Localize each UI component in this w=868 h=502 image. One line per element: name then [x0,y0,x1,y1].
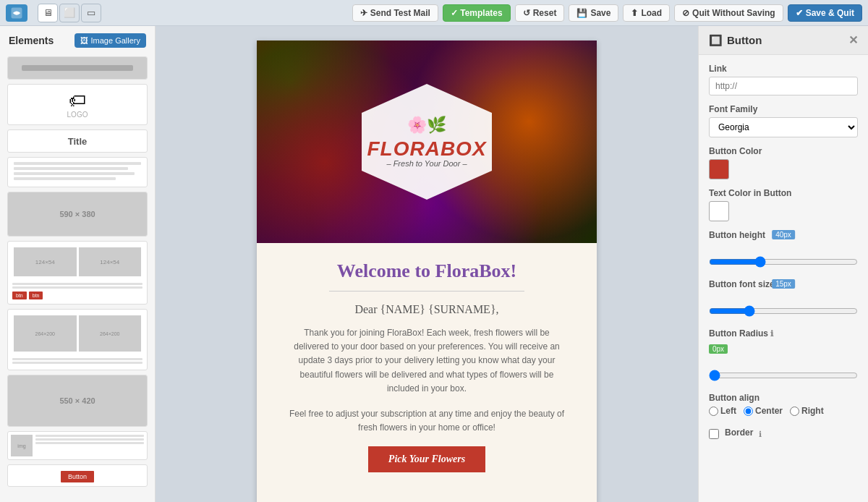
list-item[interactable] [7,56,148,80]
list-item[interactable]: 124×54 124×54 btn btn [7,241,148,305]
load-button[interactable]: ⬆ Load [623,4,670,22]
panel-close-button[interactable]: ✕ [848,33,858,47]
button-height-field: Button height 40px [709,230,858,271]
flower-decoration-icon: 🌸🌿 [367,116,486,135]
hero-overlay: 🌸🌿 FLORABOX – Fresh to Your Door – [257,41,597,243]
element-list: 🏷 LOGO Title 590 [0,52,155,491]
save-button[interactable]: 💾 Save [569,4,618,22]
email-salutation: Dear {NAME} {SURNAME}, [286,303,568,316]
panel-header: 🔲 Button ✕ [699,26,868,55]
save-and-quit-button[interactable]: ✔ Save & Quit [788,4,862,22]
button-font-size-badge: 15px [772,279,795,289]
device-selector: 🖥 ⬜ ▭ [38,4,101,22]
button-radius-label: Button Radius ℹ [709,328,858,339]
button-align-label: Button align [709,393,858,403]
checkmark-icon: ✔ [796,8,803,18]
email-paragraph-1: Thank you for joining FloraBox! Each wee… [286,326,568,396]
app-logo [6,4,27,22]
templates-button[interactable]: ✓ Templates [443,4,511,22]
button-radius-badge: 0px [709,344,728,354]
align-center-option[interactable]: Center [744,406,783,416]
button-color-swatch[interactable] [709,159,729,179]
font-family-select[interactable]: Georgia Arial Times New Roman Verdana Co… [709,117,858,137]
desktop-btn[interactable]: 🖥 [38,4,58,22]
border-field: Border ℹ [709,427,858,441]
list-item[interactable] [7,157,148,187]
text-color-swatch[interactable] [709,201,729,221]
email-title: Welcome to FloraBox! [286,260,568,282]
list-item[interactable]: 🏷 LOGO [7,84,148,125]
align-left-option[interactable]: Left [709,406,736,416]
align-left-radio[interactable] [709,407,718,416]
list-item[interactable]: Title [7,129,148,153]
image-gallery-button[interactable]: 🖼 Image Gallery [75,33,146,48]
email-body: Welcome to FloraBox! Dear {NAME} {SURNAM… [257,243,597,502]
reset-button[interactable]: ↺ Reset [515,4,565,22]
reset-icon: ↺ [523,8,530,18]
brand-name: FLORABOX [367,137,486,161]
right-panel: 🔲 Button ✕ Link Font Family Georgia Aria… [698,26,868,502]
button-color-field: Button Color [709,146,858,179]
quit-icon: ⊘ [682,8,689,18]
quit-without-saving-button[interactable]: ⊘ Quit Without Saving [674,4,783,22]
logo-icon [10,7,23,20]
grid-cell: 124×54 [79,247,142,276]
hexagon-content: 🌸🌿 FLORABOX – Fresh to Your Door – [359,109,493,175]
button-icon: 🔲 [709,34,723,47]
sidebar: Elements 🖼 Image Gallery 🏷 LOGO [0,26,156,502]
pick-flowers-button[interactable]: Pick Your Flowers [368,446,485,472]
font-family-field: Font Family Georgia Arial Times New Roma… [709,104,858,137]
element-preview-bar [8,57,147,79]
panel-body: Link Font Family Georgia Arial Times New… [699,55,868,449]
link-input[interactable] [709,77,858,95]
toolbar: 🖥 ⬜ ▭ ✈ Send Test Mail ✓ Templates ↺ Res… [0,0,868,26]
button-align-group: Left Center Right [709,406,858,419]
button-height-slider[interactable] [709,256,858,268]
list-item[interactable]: 550 × 420 [7,375,148,427]
button-font-size-slider[interactable] [709,305,858,317]
list-item[interactable]: img [7,431,148,460]
button-radius-field: Button Radius ℹ 0px [709,328,858,384]
grid-cell: 264×200 [14,315,77,352]
tablet-btn[interactable]: ⬜ [59,4,80,22]
align-right-option[interactable]: Right [790,406,824,416]
logo-preview-label: LOGO [14,111,141,119]
text-color-field: Text Color in Button [709,188,858,221]
border-checkbox[interactable] [709,429,719,439]
button-radius-slider[interactable] [709,370,858,381]
radius-info-icon: ℹ [770,329,773,338]
sidebar-title: Elements [9,35,54,46]
font-family-label: Font Family [709,104,858,114]
hexagon-badge: 🌸🌿 FLORABOX – Fresh to Your Door – [362,84,492,200]
button-height-badge: 40px [772,230,795,239]
email-hero: 🌸🌿 FLORABOX – Fresh to Your Door – [257,41,597,243]
image-gallery-icon: 🖼 [80,36,88,45]
mobile-btn[interactable]: ▭ [81,4,101,22]
image-590x380-preview: 590 × 380 [8,192,147,236]
align-center-radio[interactable] [744,407,753,416]
list-item[interactable]: 264×200 264×200 [7,309,148,370]
image-550x420-preview: 550 × 420 [8,375,147,426]
load-icon: ⬆ [631,8,638,18]
grid-cell: 124×54 [14,247,77,276]
button-font-size-field: Button font size 15px [709,279,858,320]
list-item[interactable]: Button [7,464,148,487]
border-label: Border [725,427,753,438]
send-test-mail-button[interactable]: ✈ Send Test Mail [352,4,438,22]
button-align-field: Button align Left Center Right [709,393,858,419]
canvas-area: 🌸🌿 FLORABOX – Fresh to Your Door – Welco… [156,26,698,502]
align-right-radio[interactable] [790,407,799,416]
main-layout: Elements 🖼 Image Gallery 🏷 LOGO [0,26,868,502]
list-item[interactable]: 590 × 380 [7,192,148,237]
logo-preview-icon: 🏷 [14,90,141,111]
send-icon: ✈ [360,8,367,18]
toolbar-actions: ✈ Send Test Mail ✓ Templates ↺ Reset 💾 S… [352,4,862,22]
sidebar-header: Elements 🖼 Image Gallery [0,26,155,52]
link-field: Link [709,64,858,95]
link-label: Link [709,64,858,74]
panel-title: 🔲 Button [709,34,762,47]
email-canvas: 🌸🌿 FLORABOX – Fresh to Your Door – Welco… [257,41,597,502]
title-preview-label: Title [68,136,88,147]
button-color-label: Button Color [709,146,858,156]
save-icon: 💾 [576,8,587,18]
